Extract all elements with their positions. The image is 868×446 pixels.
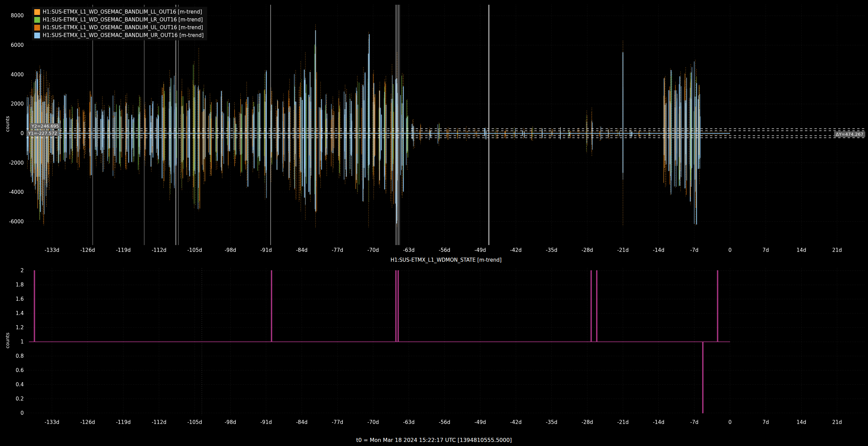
t0-timestamp-label: t0 = Mon Mar 18 2024 15:22:17 UTC [13948…: [0, 437, 868, 443]
bottom-plot-y-axis-label: counts: [5, 327, 10, 354]
legend-row: H1:SUS-ETMX_L1_WD_OSEMAC_BANDLIM_LL_OUT1…: [34, 9, 204, 15]
series-ur-color-swatch: [34, 33, 40, 38]
bottom-plot-canvas[interactable]: [0, 265, 868, 437]
series-lr-color-swatch: [34, 17, 40, 23]
bottom-plot-title: H1:SUS-ETMX_L1_WDMON_STATE [m-trend]: [26, 257, 866, 263]
legend-row: H1:SUS-ETMX_L1_WD_OSEMAC_BANDLIM_UL_OUT1…: [34, 24, 204, 31]
series-ll-color-swatch: [34, 9, 40, 15]
legend: H1:SUS-ETMX_L1_WD_OSEMAC_BANDLIM_LL_OUT1…: [32, 7, 207, 40]
series-lr-label: H1:SUS-ETMX_L1_WD_OSEMAC_BANDLIM_LR_OUT1…: [43, 17, 203, 23]
legend-row: H1:SUS-ETMX_L1_WD_OSEMAC_BANDLIM_LR_OUT1…: [34, 17, 204, 23]
series-ur-label: H1:SUS-ETMX_L1_WD_OSEMAC_BANDLIM_UR_OUT1…: [43, 32, 204, 38]
cursor-delta-y-label: ΔY=474.267: [834, 131, 865, 137]
cursor-y1-label[interactable]: Y1=-227.572: [26, 130, 59, 136]
series-ul-color-swatch: [34, 25, 40, 31]
series-ll-label: H1:SUS-ETMX_L1_WD_OSEMAC_BANDLIM_LL_OUT1…: [43, 9, 202, 15]
legend-row: H1:SUS-ETMX_L1_WD_OSEMAC_BANDLIM_UR_OUT1…: [34, 32, 204, 38]
cursor-y2-label[interactable]: Y2=246.695: [30, 123, 61, 129]
series-ul-label: H1:SUS-ETMX_L1_WD_OSEMAC_BANDLIM_UL_OUT1…: [43, 24, 203, 31]
top-plot-y-axis-label: counts: [5, 110, 10, 137]
